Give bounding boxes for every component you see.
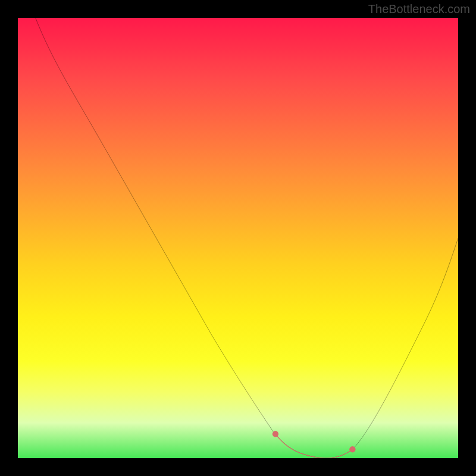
optimal-range-end-dot <box>349 446 355 452</box>
curves-svg <box>18 18 458 458</box>
plot-area <box>18 18 458 458</box>
optimal-range-highlight <box>275 434 353 458</box>
optimal-range-start-dot <box>273 431 278 437</box>
watermark-text: TheBottleneck.com <box>368 2 470 16</box>
chart-frame: TheBottleneck.com <box>0 0 476 476</box>
bottleneck-curve <box>36 18 458 458</box>
